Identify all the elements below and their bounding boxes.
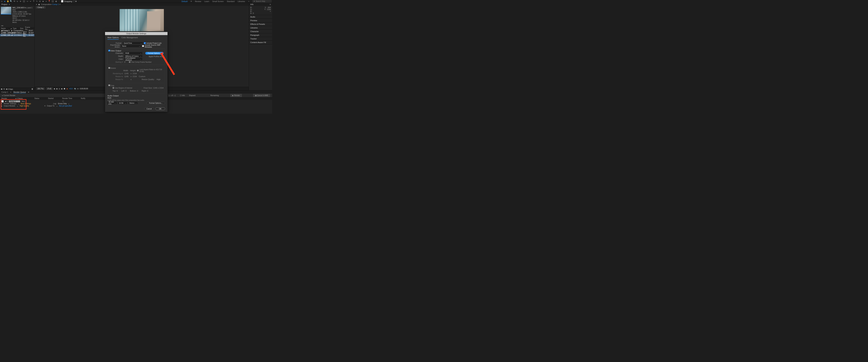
project-row-comp[interactable]: ▣Comp 1 ■ Composition 29.97 [0, 30, 34, 32]
audio-format-options-button[interactable]: Format Options... [147, 101, 165, 104]
mask-icon[interactable]: ▣ [56, 88, 58, 90]
tab-close-icon[interactable]: × [10, 91, 11, 93]
col-name[interactable]: Name [1, 27, 10, 29]
swatch-icon[interactable]: ◧ [55, 0, 57, 2]
channels-audio-dropdown[interactable]: Stereo [128, 102, 138, 104]
sample-rate-dropdown[interactable]: 48.000 kHz [107, 102, 117, 104]
zoom-tool-icon[interactable]: 🔍 [10, 0, 12, 2]
format-options-button[interactable]: Format Options... [145, 52, 163, 55]
accordion-paragraph[interactable]: Paragraph [249, 33, 272, 37]
snapping-checkbox[interactable] [61, 0, 63, 2]
workspace-review[interactable]: Review [195, 0, 201, 2]
workspace-menu-icon[interactable]: ≡ [191, 0, 192, 2]
workspace-libraries[interactable]: Libraries [238, 0, 245, 2]
rectangle-tool-icon[interactable]: ▭ [26, 0, 28, 2]
footage-thumbnail[interactable] [1, 7, 11, 14]
col-label-icon[interactable]: ◢ [10, 27, 12, 29]
snap-opt-icon[interactable]: ⛶ [73, 0, 75, 2]
zoom-dropdown[interactable]: (66.7%) [36, 87, 45, 90]
accordion-tracker[interactable]: Tracker [249, 37, 272, 41]
panel-menu-icon[interactable]: ≡ [270, 3, 271, 5]
accordion-preview[interactable]: Preview [249, 19, 272, 22]
workspace-standard[interactable]: Standard [227, 0, 235, 2]
snapshot-icon[interactable]: 📷 [74, 88, 76, 90]
log-dropdown[interactable]: Errors Only [58, 103, 67, 104]
snapping-toggle[interactable]: Snapping ⛶ ⊞ [61, 0, 76, 2]
col-type[interactable]: Type [13, 27, 19, 29]
accordion-caf[interactable]: Content-Aware Fill [249, 41, 272, 44]
text-tool-icon[interactable]: T [33, 0, 35, 2]
resize-toggle[interactable]: Resize [108, 67, 116, 69]
include-xmp[interactable]: Include Source XMP Metadata [142, 44, 165, 48]
clone-tool-icon[interactable]: ⊡ [39, 0, 41, 2]
workspace-default[interactable]: Default [181, 0, 187, 2]
accordion-audio[interactable]: Audio [249, 15, 272, 19]
workspace-learn[interactable]: Learn [204, 0, 209, 2]
col-size[interactable]: Size [20, 27, 24, 29]
breadcrumb-item[interactable]: Comp 1 [36, 6, 45, 8]
output-to-link[interactable]: Not yet specified [59, 105, 72, 107]
info-tab[interactable]: Info [250, 3, 253, 5]
cancel-button[interactable]: Cancel [144, 107, 154, 110]
render-info[interactable]: ⓘ Info [180, 94, 185, 97]
workspace-overflow-icon[interactable]: » [248, 0, 249, 2]
exposure-value[interactable]: +0.0 [69, 88, 72, 90]
transparency-icon[interactable]: ▩ [61, 88, 62, 90]
render-settings-link[interactable]: Best Settings [21, 103, 31, 104]
video-output-toggle[interactable]: Video Output [108, 50, 121, 52]
project-row-footage1[interactable]: ▤IMG_2290.MOV ■ DXV3Med...rt 58.0 MB 30.… [0, 32, 34, 34]
comp-tab[interactable]: Composition Comp 1 ≡ [41, 3, 60, 5]
new-comp-icon[interactable]: ▣ [6, 88, 7, 90]
post-render-dropdown[interactable]: None [121, 45, 141, 47]
project-row-footage2[interactable]: ▤IMG_229...V ■ DXV3Med...rt 58.0 MB 30.0… [0, 34, 34, 36]
crop-toggle[interactable]: Crop [108, 84, 114, 87]
tab-render-queue[interactable]: Render Queue [13, 91, 26, 93]
folder-icon[interactable]: 🗀 [3, 88, 5, 90]
orbit-tool-icon[interactable]: ⟲ [13, 0, 15, 2]
hand-tool-icon[interactable]: ✋ [7, 0, 9, 2]
tab-color-management[interactable]: Color Management [122, 36, 138, 40]
accordion-effects[interactable]: Effects & Presets [249, 22, 272, 26]
eraser-tool-icon[interactable]: ◆ [42, 0, 44, 2]
grid-icon[interactable]: ▦ [54, 88, 55, 90]
region-icon[interactable]: ◫ [59, 88, 60, 90]
color-dropdown[interactable]: Premultiplied (Matted) [124, 58, 142, 60]
rotate-tool-icon[interactable]: ↻ [16, 0, 19, 2]
ok-button[interactable]: OK [155, 107, 165, 110]
show-snapshot-icon[interactable]: ⊡ [78, 88, 79, 90]
help-search-input[interactable] [256, 0, 270, 2]
interpret-icon[interactable]: ▦ [1, 88, 2, 90]
bpc-toggle[interactable]: 8 bpc [8, 88, 13, 90]
resolution-dropdown[interactable]: (Full) [46, 87, 53, 90]
selection-tool-icon[interactable]: ▶ [4, 0, 6, 2]
queue-comp-name[interactable]: Comp 1 [9, 100, 20, 102]
accordion-libraries[interactable]: Libraries [249, 26, 272, 30]
render-button[interactable]: ▶ Render [230, 94, 242, 97]
project-tab[interactable]: Project [1, 3, 7, 5]
bit-depth-dropdown[interactable]: 16 Bit [118, 102, 127, 104]
depth-dropdown[interactable]: Millions of Colors [124, 55, 142, 57]
help-search[interactable]: ⌕ [252, 0, 272, 3]
puppet-tool-icon[interactable]: 📍 [48, 0, 50, 2]
workspace-small[interactable]: Small Screen [212, 0, 224, 2]
render-checkbox[interactable] [1, 100, 4, 102]
panel-menu-icon[interactable]: ≡ [9, 3, 10, 5]
add-output-icon[interactable]: + [44, 105, 45, 107]
trash-icon[interactable]: 🗑 [31, 88, 33, 90]
pen-tool-icon[interactable]: ✒ [30, 0, 32, 2]
camera-tool-icon[interactable]: ⊕ [20, 0, 22, 2]
brush-tool-icon[interactable]: ✎ [36, 0, 38, 2]
channels-dropdown[interactable]: RGB [124, 52, 142, 54]
color-mgmt-icon[interactable]: ◉ [67, 88, 68, 90]
current-render-expand[interactable]: ▸ Current Render [2, 94, 16, 96]
close-tab-icon[interactable]: × [36, 3, 37, 5]
tab-comp1[interactable]: Comp 1 [1, 91, 8, 93]
queue-ame-button[interactable]: ▦ Queue in AME [253, 94, 270, 97]
accordion-character[interactable]: Character [249, 30, 272, 33]
panel-menu-icon[interactable]: ≡ [28, 91, 29, 93]
timecode[interactable]: 0;00;00;00 [80, 88, 88, 90]
tab-main-options[interactable]: Main Options [107, 36, 119, 40]
include-project-link[interactable]: Include Project Link [144, 42, 161, 44]
output-module-link[interactable]: High Quality [20, 105, 29, 107]
audio-output-dropdown[interactable]: Audio Output Auto [107, 95, 122, 99]
